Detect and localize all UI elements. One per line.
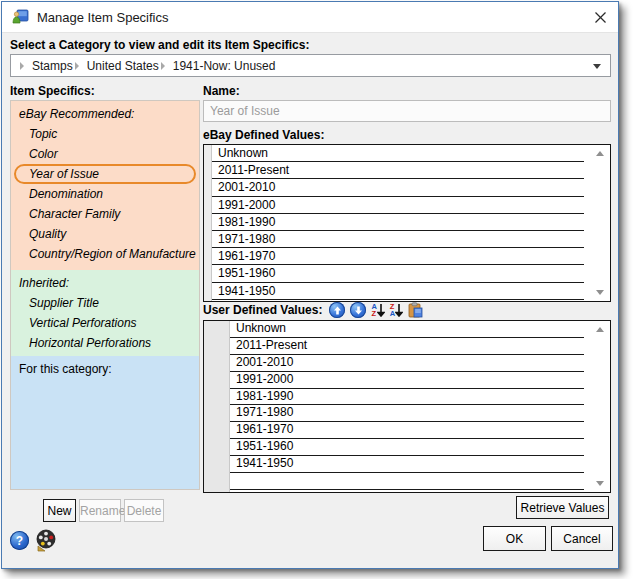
breadcrumb-chevron-icon [20, 62, 24, 70]
empty-value-row[interactable] [230, 473, 584, 490]
name-field [203, 100, 611, 122]
ebay-recommended-section: eBay Recommended: Topic Color Year of Is… [11, 101, 199, 270]
ebay-defined-values-list: Unknown 2011-Present 2001-2010 1991-2000… [203, 144, 611, 302]
sort-ascending-icon[interactable]: AZ [371, 302, 384, 318]
title-bar: Manage Item Specifics [2, 2, 618, 33]
breadcrumb-segment[interactable]: 1941-Now: Unused [173, 59, 276, 73]
spec-item[interactable]: Character Family [14, 204, 196, 224]
app-icon [12, 9, 29, 25]
value-row[interactable]: 1951-1960 [230, 439, 584, 456]
value-row[interactable]: 1981-1990 [230, 389, 584, 406]
value-row[interactable]: Unknown [230, 321, 584, 338]
row-gutter [204, 145, 212, 301]
value-row[interactable]: 1941-1950 [230, 456, 584, 473]
category-breadcrumb-combo[interactable]: Stamps United States 1941-Now: Unused [10, 54, 611, 77]
value-row[interactable]: 1961-1970 [230, 422, 584, 439]
scroll-down-icon[interactable] [596, 481, 604, 486]
spec-item[interactable]: Year of Issue [14, 164, 196, 184]
name-label: Name: [203, 84, 240, 98]
scroll-up-icon[interactable] [596, 327, 604, 332]
close-button[interactable] [582, 2, 618, 32]
breadcrumb-segment[interactable]: United States [87, 59, 159, 73]
row-gutter [204, 321, 230, 492]
value-row[interactable]: 2011-Present [230, 338, 584, 355]
move-up-icon[interactable] [329, 302, 345, 318]
value-row[interactable]: 1971-1980 [212, 231, 584, 248]
value-row[interactable]: 2001-2010 [230, 355, 584, 372]
ebay-value-rows: Unknown 2011-Present 2001-2010 1991-2000… [204, 145, 610, 300]
ebay-defined-values-label: eBay Defined Values: [203, 128, 324, 142]
spec-item[interactable]: Horizontal Perforations [14, 333, 196, 353]
inherited-items: Supplier Title Vertical Perforations Hor… [14, 293, 196, 353]
recommended-header: eBay Recommended: [14, 104, 196, 124]
scroll-up-icon[interactable] [596, 151, 604, 156]
breadcrumb-chevron-icon [75, 62, 79, 70]
value-row[interactable]: Unknown [212, 145, 584, 162]
item-specifics-panel: eBay Recommended: Topic Color Year of Is… [10, 100, 200, 490]
breadcrumb-chevron-icon [161, 62, 165, 70]
inherited-section: Inherited: Supplier Title Vertical Perfo… [11, 270, 199, 356]
ok-button[interactable]: OK [483, 526, 546, 551]
value-row[interactable]: 1991-2000 [212, 197, 584, 214]
spec-item[interactable]: Denomination [14, 184, 196, 204]
user-defined-values-list: Unknown 2011-Present 2001-2010 1991-2000… [203, 320, 611, 493]
paste-icon[interactable] [408, 302, 423, 318]
user-value-rows: Unknown 2011-Present 2001-2010 1991-2000… [204, 321, 610, 473]
user-defined-values-header: User Defined Values: AZ ZA [203, 301, 423, 319]
recommended-items: Topic Color Year of Issue Denomination C… [14, 124, 196, 264]
value-row[interactable]: 1941-1950 [212, 283, 584, 300]
for-this-category-section: For this category: [11, 356, 199, 489]
help-icon[interactable]: ? [10, 531, 29, 550]
delete-button[interactable]: Delete [124, 499, 164, 522]
value-row[interactable]: 1991-2000 [230, 372, 584, 389]
spec-item[interactable]: Country/Region of Manufacture [14, 244, 196, 264]
rename-button[interactable]: Rename [79, 499, 121, 522]
value-row[interactable]: 1961-1970 [212, 248, 584, 265]
video-tutorial-icon[interactable] [35, 529, 56, 556]
inherited-header: Inherited: [14, 273, 196, 293]
new-button[interactable]: New [43, 499, 76, 522]
value-row[interactable]: 1951-1960 [212, 265, 584, 282]
item-specifics-label: Item Specifics: [10, 84, 95, 98]
scroll-down-icon[interactable] [596, 290, 604, 295]
value-row[interactable]: 2001-2010 [212, 179, 584, 196]
window-title: Manage Item Specifics [37, 10, 169, 25]
sort-descending-icon[interactable]: ZA [390, 302, 403, 318]
value-row[interactable]: 1971-1980 [230, 405, 584, 422]
combo-dropdown-icon[interactable] [593, 64, 601, 69]
value-row[interactable]: 1981-1990 [212, 214, 584, 231]
value-row[interactable]: 2011-Present [212, 162, 584, 179]
category-section-label: Select a Category to view and edit its I… [10, 38, 309, 52]
help-glyph: ? [16, 534, 23, 548]
spec-item[interactable]: Quality [14, 224, 196, 244]
breadcrumb-segment[interactable]: Stamps [32, 59, 73, 73]
move-down-icon[interactable] [350, 302, 366, 318]
spec-item[interactable]: Color [14, 144, 196, 164]
cancel-button[interactable]: Cancel [551, 526, 613, 551]
retrieve-values-button[interactable]: Retrieve Values [516, 496, 609, 519]
for-this-category-header: For this category: [14, 359, 196, 379]
breadcrumb: Stamps United States 1941-Now: Unused [18, 59, 275, 73]
manage-item-specifics-dialog: Manage Item Specifics Select a Category … [1, 1, 619, 569]
spec-item[interactable]: Topic [14, 124, 196, 144]
spec-item[interactable]: Supplier Title [14, 293, 196, 313]
spec-item[interactable]: Vertical Perforations [14, 313, 196, 333]
close-icon [594, 11, 607, 24]
user-defined-values-label: User Defined Values: [203, 303, 322, 317]
